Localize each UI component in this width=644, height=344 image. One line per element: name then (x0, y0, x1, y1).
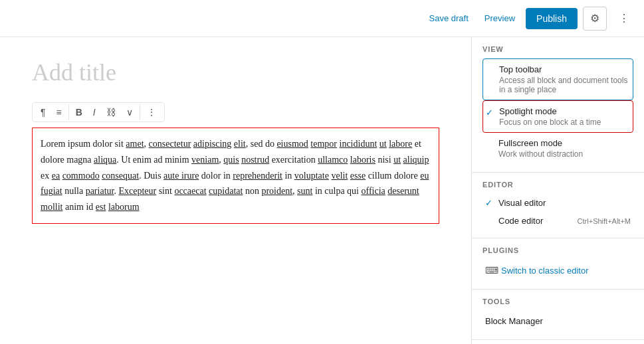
editor-title-placeholder[interactable]: Add title (32, 58, 439, 86)
code-editor-label: Code editor (498, 216, 543, 226)
block-manager-label: Block Manager (485, 316, 543, 326)
classic-editor-label: Switch to classic editor (501, 266, 589, 276)
more-options-button[interactable]: ⋮ (612, 7, 636, 31)
italic-button[interactable]: I (88, 103, 101, 122)
fullscreen-check (485, 139, 498, 149)
sidebar-panel: VIEW Top toolbar Access all block and do… (471, 37, 644, 344)
align-button[interactable]: ≡ (51, 103, 67, 122)
main-layout: Add title ¶ ≡ B I ⛓ ∨ ⋮ Lorem ipsum dolo… (0, 37, 644, 344)
code-editor-shortcut: Ctrl+Shift+Alt+M (578, 217, 631, 225)
spotlight-desc: Focus on one block at a time (499, 118, 601, 127)
top-toolbar-desc: Access all block and document tools in a… (499, 76, 630, 94)
save-draft-button[interactable]: Save draft (424, 9, 474, 27)
spotlight-check: ✓ (486, 108, 499, 118)
code-editor-check (485, 216, 498, 226)
more-rich-button[interactable]: ∨ (121, 103, 138, 122)
options-button[interactable]: ⋮ (142, 103, 161, 122)
spotlight-text: Spotlight mode Focus on one block at a t… (499, 106, 601, 127)
editor-area: Add title ¶ ≡ B I ⛓ ∨ ⋮ Lorem ipsum dolo… (0, 37, 471, 344)
visual-editor-label: Visual editor (498, 198, 546, 208)
tools-section-label: TOOLS (483, 298, 633, 305)
fullscreen-desc: Work without distraction (498, 149, 583, 159)
view-section-label: VIEW (483, 45, 633, 53)
content-block[interactable]: Lorem ipsum dolor sit amet, consectetur … (32, 128, 439, 224)
toolbar-separator (68, 104, 69, 120)
top-bar: Save draft Preview Publish ⚙ ⋮ (0, 0, 644, 37)
link-button[interactable]: ⛓ (101, 103, 121, 122)
view-item-top-toolbar[interactable]: Top toolbar Access all block and documen… (483, 58, 633, 100)
view-item-fullscreen[interactable]: Fullscreen mode Work without distraction (483, 133, 633, 164)
block-manager-item[interactable]: Block Manager (483, 311, 633, 331)
editor-section: EDITOR ✓ Visual editor Code editor Ctrl+… (472, 173, 644, 238)
toolbar-separator-2 (140, 104, 140, 120)
plugins-section: PLUGINS ⌨ Switch to classic editor (472, 238, 644, 290)
visual-editor-check: ✓ (485, 198, 498, 208)
paragraph-button[interactable]: ¶ (35, 103, 51, 122)
content-text: Lorem ipsum dolor sit amet, consectetur … (41, 139, 429, 212)
bold-button[interactable]: B (70, 103, 88, 122)
top-toolbar-title: Top toolbar (499, 64, 630, 74)
settings-button[interactable]: ⚙ (583, 7, 607, 31)
spotlight-title: Spotlight mode (499, 106, 601, 116)
fullscreen-text: Fullscreen mode Work without distraction (498, 138, 583, 159)
top-toolbar-check (486, 66, 499, 76)
top-toolbar-text: Top toolbar Access all block and documen… (499, 64, 630, 94)
fullscreen-title: Fullscreen mode (498, 138, 583, 148)
classic-editor-icon: ⌨ (485, 265, 498, 276)
preview-button[interactable]: Preview (479, 9, 520, 27)
block-toolbar: ¶ ≡ B I ⛓ ∨ ⋮ (32, 102, 165, 122)
tools-section: TOOLS Block Manager (472, 290, 644, 340)
view-section: VIEW Top toolbar Access all block and do… (472, 37, 644, 173)
classic-editor-plugin-item[interactable]: ⌨ Switch to classic editor (483, 260, 633, 281)
code-editor-option[interactable]: Code editor Ctrl+Shift+Alt+M (483, 212, 633, 230)
settings-icon: ⚙ (590, 12, 599, 25)
editor-section-label: EDITOR (483, 181, 633, 189)
more-icon: ⋮ (619, 12, 629, 25)
visual-editor-option[interactable]: ✓ Visual editor (483, 194, 633, 212)
view-item-spotlight-mode[interactable]: ✓ Spotlight mode Focus on one block at a… (483, 100, 633, 133)
plugins-section-label: PLUGINS (483, 246, 633, 254)
publish-button[interactable]: Publish (526, 8, 578, 29)
